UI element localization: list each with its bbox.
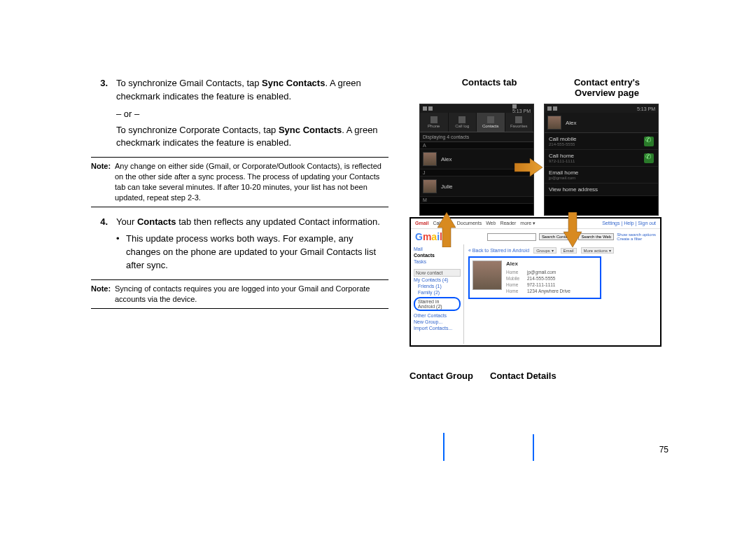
label: Call home xyxy=(549,153,575,159)
arrow-down xyxy=(438,212,456,247)
top-right-links: Settings | Help | Sign out xyxy=(602,221,656,226)
contact-detail-highlight: Alex Homejp@gmail.com Mobile214-555-5555… xyxy=(468,256,601,299)
back-link: « Back to Starred in Android xyxy=(468,248,529,253)
bullet: • xyxy=(116,233,126,272)
sidebar-tasks: Tasks xyxy=(414,258,461,265)
caption-contacts-tab: Contacts tab xyxy=(430,77,548,98)
email-btn: Email xyxy=(561,248,577,254)
groups-btn: Groups ▾ xyxy=(533,247,556,254)
caption-contact-details: Contact Details xyxy=(490,371,556,381)
caption-overview: Contact entry's Overview page xyxy=(548,77,666,98)
text: To synchronize Gmail Contacts, tap xyxy=(116,78,262,88)
call-mobile-row: Call mobile214-555-5555 xyxy=(545,133,658,150)
contacts-bold: Contacts xyxy=(137,216,176,227)
bullet-text: This update process works both ways. For… xyxy=(126,233,388,272)
step-body: To synchronize Gmail Contacts, tap Sync … xyxy=(116,77,388,104)
text: tab then reflects any updated Contact in… xyxy=(176,216,380,227)
detail-fields: Alex Homejp@gmail.com Mobile214-555-5555… xyxy=(506,261,597,295)
avatar xyxy=(472,261,502,290)
text: Your xyxy=(116,216,137,227)
nav-item: Documents xyxy=(457,221,482,226)
contact-name: Alex xyxy=(441,156,452,162)
back-row: « Back to Starred in Android Groups ▾ Em… xyxy=(468,247,656,254)
contact-name: Alex xyxy=(566,120,577,126)
email: jp@gmail.com xyxy=(549,176,578,180)
gmail-body: Mail Contacts Tasks Now contact My Conta… xyxy=(411,244,660,344)
note-label: Note: xyxy=(91,284,115,305)
displaying-count: Displaying 4 contacts xyxy=(420,132,533,142)
step-3: 3. To synchronize Gmail Contacts, tap Sy… xyxy=(91,77,388,104)
note-text: Syncing of contacts requires you are log… xyxy=(115,284,388,305)
phone-screenshots: 5:13 PM Phone Call log Contacts Favorite… xyxy=(410,104,668,216)
status-bar: 5:13 PM xyxy=(545,104,658,113)
step-body: Your Contacts tab then reflects any upda… xyxy=(116,216,388,229)
avatar xyxy=(423,152,437,166)
bottom-captions: Contact Group Contact Details xyxy=(410,347,668,381)
avatar xyxy=(547,116,561,130)
email-home-row: Email homejp@gmail.com xyxy=(545,167,658,184)
step-4-bullet: • This update process works both ways. F… xyxy=(116,233,388,272)
phone-icon xyxy=(644,153,654,163)
contact-row-julie: Julie xyxy=(420,176,533,197)
phone-overview: 5:13 PM Alex Call mobile214-555-5555 Cal… xyxy=(544,104,659,216)
sidebar-import: Import Contacts... xyxy=(414,325,461,331)
gmail-sidebar: Mail Contacts Tasks Now contact My Conta… xyxy=(411,244,464,344)
contact-name: Julie xyxy=(441,184,452,190)
search-tips: Show search options Create a filter xyxy=(617,233,656,241)
tab-calllog: Call log xyxy=(449,113,477,132)
search-web-btn: Search the Web xyxy=(578,233,614,240)
time: 5:13 PM xyxy=(637,106,655,111)
status-time: 5:13 PM xyxy=(637,106,655,111)
phone-icon xyxy=(644,137,654,146)
gmail-main: « Back to Starred in Android Groups ▾ Em… xyxy=(464,244,660,344)
label: Email home xyxy=(549,169,578,176)
number: 214-555-5555 xyxy=(549,142,577,146)
note-1: Note: Any change on either side (Gmail, … xyxy=(91,157,388,207)
more-btn: More actions ▾ xyxy=(581,247,614,254)
sync-contacts-bold: Sync Contacts xyxy=(279,125,342,135)
sidebar-other: Other Contacts xyxy=(414,312,461,319)
sync-contacts-bold: Sync Contacts xyxy=(262,78,325,88)
view-address-row: View home address xyxy=(545,184,658,196)
page-number: 75 xyxy=(659,445,668,455)
tab-favorites: Favorites xyxy=(505,113,534,132)
sidebar-mycontacts: My Contacts (4) xyxy=(414,277,461,283)
caption-line2: Overview page xyxy=(575,88,639,98)
section-a: A xyxy=(420,142,533,149)
nav-item: Web xyxy=(486,221,496,226)
tab-bar: Phone Call log Contacts Favorites xyxy=(420,113,533,132)
note-text: Any change on either side (Gmail, or Cor… xyxy=(115,161,388,202)
sidebar-friends: Friends (1) xyxy=(414,283,461,289)
callout-line xyxy=(533,434,534,461)
search-input xyxy=(487,233,536,241)
section-m: M xyxy=(420,197,533,204)
tab-contacts: Contacts xyxy=(477,113,505,132)
sidebar-contacts: Contacts xyxy=(414,252,461,258)
corporate-para: To synchronize Corporate Contacts, tap S… xyxy=(116,124,388,151)
contact-header: Alex xyxy=(545,113,658,133)
nav-item: more ▾ xyxy=(520,221,536,226)
number: 972-111-1111 xyxy=(549,159,575,163)
text-column: 3. To synchronize Gmail Contacts, tap Sy… xyxy=(91,77,388,381)
arrow-right xyxy=(514,158,542,176)
step-number: 3. xyxy=(91,77,116,104)
label: Call mobile xyxy=(549,136,577,142)
status-bar: 5:13 PM xyxy=(420,104,533,113)
caption-line1: Contact entry's xyxy=(574,77,640,88)
sidebar-family: Family (2) xyxy=(414,289,461,296)
note-2: Note: Syncing of contacts requires you a… xyxy=(91,279,388,309)
top-captions: Contacts tab Contact entry's Overview pa… xyxy=(410,77,668,104)
sidebar-newgroup: New Group... xyxy=(414,319,461,325)
label: View home address xyxy=(549,186,598,193)
callout-line xyxy=(443,433,444,461)
text: To synchronize Corporate Contacts, tap xyxy=(116,125,279,135)
figure-column: Contacts tab Contact entry's Overview pa… xyxy=(410,77,668,381)
arrow-down xyxy=(564,212,582,247)
sidebar-new-contact: Now contact xyxy=(414,269,461,277)
status-time: 5:13 PM xyxy=(512,104,531,113)
or-separator: – or – xyxy=(116,108,388,121)
step-4: 4. Your Contacts tab then reflects any u… xyxy=(91,216,388,229)
call-home-row: Call home972-111-1111 xyxy=(545,150,658,167)
avatar xyxy=(423,179,437,193)
note-label: Note: xyxy=(91,161,115,202)
